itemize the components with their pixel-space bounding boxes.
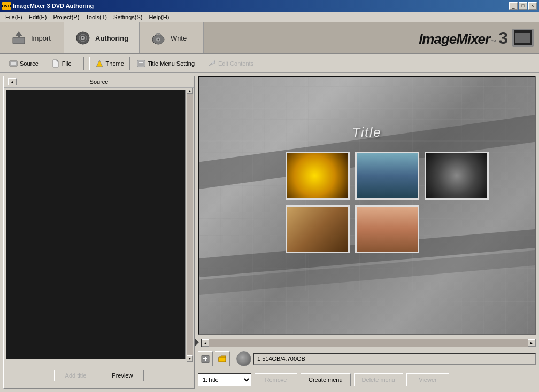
svg-rect-0	[13, 37, 25, 44]
viewer-button[interactable]: Viewer	[406, 373, 449, 386]
import-label: Import	[31, 34, 51, 42]
svg-rect-2	[18, 33, 20, 37]
left-panel-bottom: Add title Preview	[4, 362, 194, 388]
maximize-button[interactable]: □	[519, 2, 527, 10]
window-controls: _ □ ×	[509, 2, 537, 10]
write-label: Write	[171, 34, 187, 42]
preview-button[interactable]: Preview	[101, 370, 144, 381]
svg-marker-12	[96, 60, 103, 67]
minimize-button[interactable]: _	[509, 2, 518, 10]
create-menu-button[interactable]: Create menu	[301, 373, 351, 386]
main-toolbar: Import Authoring	[0, 22, 539, 54]
thumbnail-3	[425, 152, 489, 200]
app-version: 3	[498, 28, 508, 48]
preview-title-text: Title	[352, 125, 381, 140]
scrollbar-right[interactable]: ▲ ▼	[187, 88, 193, 362]
svg-rect-15	[139, 62, 143, 63]
preview-background: Title	[199, 77, 535, 334]
remove-button[interactable]: Remove	[255, 373, 297, 386]
menu-help[interactable]: Help(H)	[145, 13, 172, 21]
write-icon	[150, 30, 166, 46]
theme-tab[interactable]: Theme	[89, 57, 130, 70]
menu-tools[interactable]: Tools(T)	[82, 13, 110, 21]
bottom-controls: 1.514GB/4.700GB	[198, 349, 536, 369]
theme-label: Theme	[106, 60, 124, 67]
import-button[interactable]: Import	[0, 22, 64, 53]
left-panel: ▲ Source ▲ ▼ Add title Preview	[3, 76, 195, 389]
svg-rect-16	[139, 64, 142, 64]
delete-menu-button[interactable]: Delete menu	[354, 373, 403, 386]
sub-toolbar: Source File Theme	[0, 54, 539, 73]
right-panel: Title	[198, 76, 536, 389]
left-panel-title: Source	[90, 79, 109, 85]
add-scene-button[interactable]	[198, 351, 213, 366]
thumbnail-4	[286, 205, 350, 253]
preview-area: Title	[198, 76, 536, 335]
window-title: ImageMixer 3 DVD Authoring	[13, 3, 94, 9]
thumbnail-grid	[286, 152, 489, 253]
edit-contents-label: Edit Contents	[218, 60, 253, 67]
thumbnail-2	[355, 152, 419, 200]
close-button[interactable]: ×	[528, 2, 537, 10]
source-icon	[9, 59, 18, 68]
scroll-indicator	[195, 338, 199, 347]
app-logo-text: ImageMixer	[419, 31, 490, 48]
left-panel-header: ▲ Source	[4, 76, 194, 88]
file-label: File	[62, 60, 72, 67]
title-menu-setting-label: Title Menu Setting	[148, 60, 195, 67]
svg-point-9	[158, 39, 159, 41]
title-dropdown[interactable]: 1:Title	[198, 373, 251, 386]
title-menu-setting-tab[interactable]: Title Menu Setting	[131, 57, 201, 70]
scroll-track	[187, 94, 193, 355]
authoring-icon	[75, 30, 91, 46]
app-logo-area: ImageMixer ™ 3	[419, 22, 539, 53]
file-tab[interactable]: File	[45, 57, 78, 70]
theme-icon	[95, 59, 104, 68]
svg-point-5	[82, 37, 84, 39]
scroll-track	[209, 339, 528, 347]
preview-scrollbar[interactable]: ◄ ►	[201, 339, 536, 347]
app-icon: DVD	[2, 2, 11, 10]
panel-up-button[interactable]: ▲	[8, 78, 17, 85]
edit-contents-icon	[207, 59, 216, 68]
scroll-up-button[interactable]: ▲	[187, 88, 193, 94]
disk-usage-text: 1.514GB/4.700GB	[257, 356, 305, 362]
app-trademark: ™	[491, 39, 496, 45]
thumbnail-5	[355, 205, 419, 253]
menu-file[interactable]: File(F)	[2, 13, 26, 21]
title-bar: DVD ImageMixer 3 DVD Authoring _ □ ×	[0, 0, 539, 12]
scroll-right-button[interactable]: ►	[528, 339, 535, 347]
menu-edit[interactable]: Edit(E)	[26, 13, 50, 21]
source-tab[interactable]: Source	[3, 57, 44, 70]
main-content: ▲ Source ▲ ▼ Add title Preview	[0, 73, 539, 392]
disk-usage-bar: 1.514GB/4.700GB	[253, 353, 536, 365]
scroll-left-button[interactable]: ◄	[202, 339, 209, 347]
source-area	[6, 90, 186, 359]
authoring-button[interactable]: Authoring	[64, 22, 140, 53]
import-folder-button[interactable]	[215, 351, 230, 366]
add-title-button[interactable]: Add title	[54, 370, 98, 381]
menu-project[interactable]: Project(P)	[50, 13, 82, 21]
svg-rect-11	[11, 62, 16, 65]
scroll-down-button[interactable]: ▼	[187, 355, 193, 362]
file-icon	[51, 59, 60, 68]
bottom-action-bar: 1:Title Remove Create menu Delete menu V…	[198, 371, 536, 389]
import-icon	[11, 30, 27, 46]
authoring-label: Authoring	[95, 34, 128, 42]
svg-rect-26	[219, 357, 226, 362]
title-menu-icon	[137, 59, 145, 68]
write-button[interactable]: Write	[140, 22, 204, 53]
thumbnail-empty	[425, 205, 489, 253]
menu-settings[interactable]: Settings(S)	[110, 13, 145, 21]
edit-contents-tab[interactable]: Edit Contents	[202, 57, 259, 70]
preview-scrollbar-container: ◄ ►	[198, 338, 536, 347]
disk-indicator	[236, 351, 251, 366]
thumbnail-1	[286, 152, 350, 200]
menu-bar: File(F) Edit(E) Project(P) Tools(T) Sett…	[0, 12, 539, 22]
source-label: Source	[20, 60, 38, 67]
